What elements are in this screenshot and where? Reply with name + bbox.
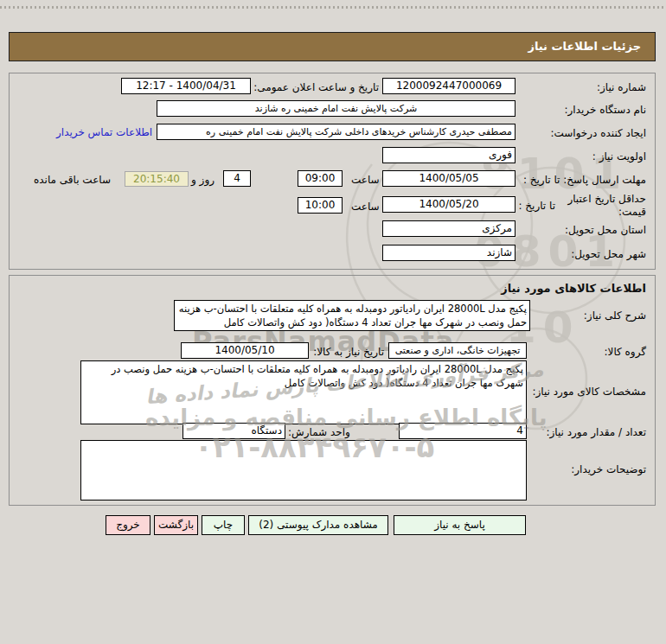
announce-datetime-field[interactable]: 1400/04/31 - 12:17: [121, 78, 251, 94]
need-number-label: شماره نیاز:: [597, 81, 646, 93]
price-validity-label-line1: حداقل تاریخ اعتبار: [567, 193, 646, 205]
countdown-timer: 20:15:40: [125, 171, 189, 187]
goods-group-label: گروه کالا:: [605, 346, 647, 358]
quantity-label: تعداد / مقدار مورد نیاز:: [546, 426, 646, 438]
delivery-province-label: استان محل تحویل:: [565, 224, 646, 236]
request-creator-label: ایجاد کننده درخواست:: [550, 127, 646, 139]
quantity-field[interactable]: 4: [399, 423, 527, 439]
view-attachments-button[interactable]: مشاهده مدارک پیوستی (2): [248, 515, 388, 535]
exit-button[interactable]: خروج: [106, 515, 150, 535]
goods-specs-label: مشخصات کالای مورد نیاز:: [532, 386, 646, 398]
general-description-textarea[interactable]: پکیج مدل 28000L ایران رادیاتور دومبدله ب…: [174, 300, 530, 331]
validity-hour-label: ساعت: [351, 201, 380, 213]
response-deadline-date-field[interactable]: 1400/05/05: [382, 170, 516, 187]
response-deadline-label: مهلت ارسال پاسخ: تا تاریخ :: [523, 174, 646, 186]
need-details-page: 8101 0801 10 ParsNamadData جزئیات اطلاعا…: [0, 0, 666, 644]
price-validity-date-field[interactable]: 1400/05/20: [382, 196, 516, 213]
back-button[interactable]: بازگشت: [154, 515, 198, 535]
delivery-city-label: شهر محل تحویل:: [571, 248, 646, 260]
request-creator-field[interactable]: مصطفی حیدری کارشناس خریدهای داخلی شرکت پ…: [157, 124, 516, 140]
count-unit-label: واحد شمارش:: [288, 426, 350, 438]
until-date-label: تا تاریخ :: [518, 200, 555, 212]
days-remaining-field[interactable]: 4: [223, 170, 251, 187]
goods-group-field[interactable]: تجهیزات خانگی، اداری و صنعتی: [388, 342, 527, 359]
buyer-contact-link[interactable]: اطلاعات تماس خریدار: [56, 126, 152, 138]
priority-label: اولویت نیاز :: [592, 150, 646, 163]
buyer-notes-label: توضیحات خریدار:: [571, 463, 646, 475]
price-validity-time-field[interactable]: 10:00: [298, 197, 343, 214]
goods-section-title: اطلاعات کالاهای مورد نیاز: [501, 282, 646, 295]
goods-info-panel: اطلاعات کالاهای مورد نیاز شرح کلی نیاز: …: [9, 275, 656, 506]
goods-specs-textarea[interactable]: پکیج مدل 28000L ایران رادیاتور دومبدله ب…: [80, 360, 527, 424]
print-button[interactable]: چاپ: [202, 515, 245, 535]
buyer-notes-textarea[interactable]: [80, 440, 527, 501]
days-and-label: روز و: [191, 174, 215, 186]
goods-need-date-label: تاریخ نیاز به کالا:: [313, 346, 384, 358]
buyer-org-field[interactable]: شرکت پالایش نفت امام خمینی ره شازند: [157, 100, 516, 117]
delivery-province-field[interactable]: مرکزی: [382, 220, 516, 237]
delivery-city-field[interactable]: شازند: [382, 245, 516, 261]
need-number-field[interactable]: 1200092447000069: [382, 78, 516, 94]
hours-remaining-label: ساعت باقی مانده: [34, 174, 111, 186]
deadline-hour-label: ساعت: [351, 174, 380, 186]
response-deadline-time-field[interactable]: 09:00: [298, 170, 343, 187]
priority-field[interactable]: فوری: [382, 147, 516, 163]
page-title: جزئیات اطلاعات نیاز: [9, 32, 656, 61]
buyer-org-label: نام دستگاه خریدار:: [565, 104, 647, 116]
announce-datetime-label: تاریخ و ساعت اعلان عمومی:: [253, 81, 379, 93]
goods-need-date-field[interactable]: 1400/05/10: [181, 342, 309, 359]
general-description-label: شرح کلی نیاز:: [584, 309, 646, 322]
respond-to-need-button[interactable]: پاسخ به نیاز: [394, 515, 526, 535]
price-validity-label-line2: قیمت:: [618, 206, 646, 218]
top-dotted-divider: [0, 6, 666, 9]
need-info-panel: شماره نیاز: 1200092447000069 تاریخ و ساع…: [9, 73, 656, 270]
count-unit-field[interactable]: دستگاه: [183, 423, 285, 439]
